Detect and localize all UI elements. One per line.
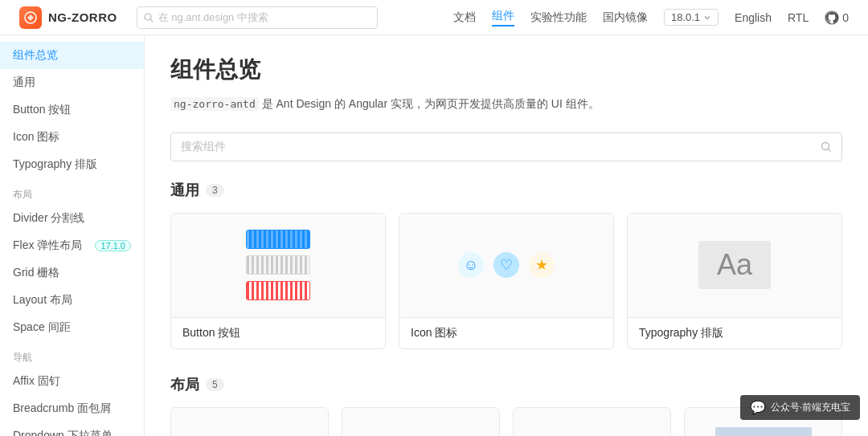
sidebar-item-general[interactable]: 通用 xyxy=(0,69,144,96)
sidebar-item-overview[interactable]: 组件总览 xyxy=(0,42,144,69)
svg-point-4 xyxy=(822,142,829,149)
nav-experimental[interactable]: 实验性功能 xyxy=(530,10,587,25)
sidebar-group-label: 布局 xyxy=(13,189,32,200)
sidebar-item-label: Dropdown 下拉菜单 xyxy=(13,429,113,436)
nav-lang[interactable]: English xyxy=(735,11,772,24)
card-typography-label: Typography 排版 xyxy=(628,318,841,348)
nav-mirror[interactable]: 国内镜像 xyxy=(603,10,648,25)
nav-docs[interactable]: 文档 xyxy=(453,10,476,25)
button-preview-content xyxy=(246,230,310,300)
sidebar-item-label: Flex 弹性布局 xyxy=(13,238,82,253)
card-flex[interactable]: Flex 弹性布局 xyxy=(342,407,500,436)
svg-line-5 xyxy=(829,149,831,151)
sidebar-item-label: Divider 分割线 xyxy=(13,211,84,226)
sidebar-item-flex[interactable]: Flex 弹性布局 17.1.0 xyxy=(0,232,144,259)
top-navigation: NG-ZORRO 在 ng.ant.design 中搜索 文档 组件 实验性功能… xyxy=(0,0,868,35)
section-layout-count: 5 xyxy=(206,378,224,391)
github-count: 0 xyxy=(842,11,849,24)
layout-preview-content xyxy=(715,427,812,436)
card-button-preview xyxy=(171,214,385,318)
typography-aa: Aa xyxy=(717,248,752,282)
sidebar-group-layout: 布局 xyxy=(0,178,144,205)
page-description: ng-zorro-antd 是 Ant Design 的 Angular 实现，… xyxy=(170,95,842,113)
sidebar-item-label: Breadcrumb 面包屑 xyxy=(13,401,111,416)
page-desc-text: 是 Ant Design 的 Angular 实现，为网页开发提供高质量的 UI… xyxy=(259,97,600,110)
nav-components[interactable]: 组件 xyxy=(492,9,514,26)
general-cards-grid: Button 按钮 ☺ ♡ ★ Icon 图标 Aa xyxy=(170,213,842,349)
sidebar-item-label: Space 间距 xyxy=(13,320,71,335)
card-icon-label: Icon 图标 xyxy=(399,318,613,348)
card-button[interactable]: Button 按钮 xyxy=(170,213,386,349)
watermark: 💬 公众号·前端充电宝 xyxy=(740,395,860,420)
sidebar-item-dropdown[interactable]: Dropdown 下拉菜单 xyxy=(0,422,144,436)
logo-text: NG-ZORRO xyxy=(48,10,117,24)
typography-preview-content: Aa xyxy=(698,241,771,289)
sidebar-item-label: Typography 排版 xyxy=(13,157,97,172)
chevron-down-icon xyxy=(703,14,711,22)
sidebar-item-affix[interactable]: Affix 固钉 xyxy=(0,368,144,395)
search-placeholder: 在 ng.ant.design 中搜索 xyxy=(158,10,268,25)
sidebar-item-label: 通用 xyxy=(13,75,35,90)
sidebar: 组件总览 通用 Button 按钮 Icon 图标 Typography 排版 … xyxy=(0,35,145,436)
page-title: 组件总览 xyxy=(170,55,842,85)
sidebar-item-icon[interactable]: Icon 图标 xyxy=(0,124,144,151)
page-desc-code: ng-zorro-antd xyxy=(170,97,259,111)
section-general-count: 3 xyxy=(206,184,224,197)
sidebar-item-label: Button 按钮 xyxy=(13,103,71,117)
component-search[interactable]: 搜索组件 xyxy=(170,132,842,161)
layout-header xyxy=(715,427,812,436)
icon-preview-content: ☺ ♡ ★ xyxy=(458,252,555,278)
logo-icon xyxy=(19,6,42,29)
sidebar-item-label: Grid 栅格 xyxy=(13,266,59,280)
github-link[interactable]: 0 xyxy=(825,10,849,25)
svg-point-1 xyxy=(145,14,151,20)
section-general-header: 通用 3 xyxy=(170,181,842,200)
github-icon xyxy=(825,10,839,25)
icon-smile: ☺ xyxy=(458,252,484,278)
logo-area[interactable]: NG-ZORRO xyxy=(19,6,117,29)
nav-links: 文档 组件 实验性功能 国内镜像 18.0.1 English RTL 0 xyxy=(453,9,849,26)
svg-line-2 xyxy=(150,19,153,22)
sidebar-item-layout[interactable]: Layout 布局 xyxy=(0,287,144,314)
sidebar-item-breadcrumb[interactable]: Breadcrumb 面包屑 xyxy=(0,395,144,422)
sidebar-item-label: Layout 布局 xyxy=(13,293,72,308)
card-button-label: Button 按钮 xyxy=(171,318,385,348)
search-components-icon xyxy=(821,141,832,153)
global-search[interactable]: 在 ng.ant.design 中搜索 xyxy=(137,6,378,29)
card-icon[interactable]: ☺ ♡ ★ Icon 图标 xyxy=(399,213,614,349)
button-default-preview xyxy=(246,255,310,275)
button-danger-preview xyxy=(246,281,310,300)
search-components-placeholder: 搜索组件 xyxy=(181,140,226,154)
sidebar-item-space[interactable]: Space 间距 xyxy=(0,314,144,341)
sidebar-item-button[interactable]: Button 按钮 xyxy=(0,96,144,124)
wechat-icon: 💬 xyxy=(750,400,766,415)
version-label: 18.0.1 xyxy=(671,11,700,23)
sidebar-item-label: 组件总览 xyxy=(13,48,58,63)
version-selector[interactable]: 18.0.1 xyxy=(664,9,719,26)
button-primary-preview xyxy=(246,230,310,249)
sidebar-item-divider[interactable]: Divider 分割线 xyxy=(0,205,144,232)
sidebar-item-typography[interactable]: Typography 排版 xyxy=(0,151,144,178)
page-layout: 组件总览 通用 Button 按钮 Icon 图标 Typography 排版 … xyxy=(0,35,868,436)
card-grid[interactable]: Grid 栅格 xyxy=(513,407,671,436)
sidebar-group-nav: 导航 xyxy=(0,341,144,368)
card-typography-preview: Aa xyxy=(628,214,841,318)
main-content: 组件总览 ng-zorro-antd 是 Ant Design 的 Angula… xyxy=(145,35,868,436)
card-icon-preview: ☺ ♡ ★ xyxy=(399,214,613,318)
nav-rtl[interactable]: RTL xyxy=(788,11,809,24)
sidebar-group-label: 导航 xyxy=(13,352,32,363)
card-typography[interactable]: Aa Typography 排版 xyxy=(627,213,842,349)
icon-star: ★ xyxy=(529,252,555,278)
sidebar-item-label: Icon 图标 xyxy=(13,130,59,145)
card-divider-preview xyxy=(171,408,328,436)
sidebar-item-grid[interactable]: Grid 栅格 xyxy=(0,259,144,287)
flex-badge: 17.1.0 xyxy=(95,240,131,251)
section-layout-header: 布局 5 xyxy=(170,375,842,394)
card-divider[interactable]: Divider 分割线 xyxy=(170,407,329,436)
icon-heart: ♡ xyxy=(493,252,519,278)
search-icon xyxy=(144,13,154,22)
section-layout-title: 布局 xyxy=(170,375,199,394)
card-grid-preview xyxy=(514,408,670,436)
watermark-text: 公众号·前端充电宝 xyxy=(771,401,850,414)
section-general-title: 通用 xyxy=(170,181,199,200)
